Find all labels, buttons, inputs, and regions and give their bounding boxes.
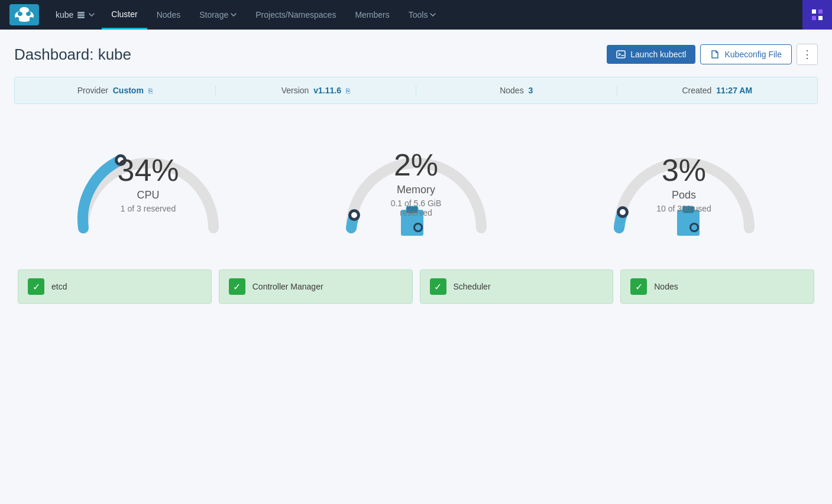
chevron-down-icon	[231, 13, 237, 17]
svg-rect-12	[812, 16, 816, 20]
nav-logo	[0, 0, 48, 30]
copy-provider-icon[interactable]: ⎘	[148, 87, 153, 95]
status-item-nodes: ✓ Nodes	[620, 269, 814, 304]
cpu-sublabel: 1 of 3 reserved	[117, 204, 179, 213]
pods-gauge-wrapper: 3% Pods 10 of 330 used	[601, 128, 767, 246]
info-version: Version v1.11.6 ⎘	[216, 86, 417, 95]
info-bar: Provider Custom ⎘ Version v1.11.6 ⎘ Node…	[14, 77, 818, 104]
info-nodes: Nodes 3	[416, 86, 617, 95]
copy-version-icon[interactable]: ⎘	[346, 87, 350, 95]
nav-item-tools[interactable]: Tools	[399, 0, 446, 30]
memory-gauge-center: 2% Memory 0.1 of 5.6 GiB reserved	[375, 149, 458, 217]
nodes-check-icon: ✓	[630, 278, 647, 295]
memory-label: Memory	[375, 184, 458, 196]
status-bar: ✓ etcd ✓ Controller Manager ✓ Scheduler …	[14, 269, 818, 316]
info-created: Created 11:27 AM	[617, 86, 818, 95]
cpu-gauge-center: 34% CPU 1 of 3 reserved	[117, 155, 179, 213]
top-navigation: kube Cluster Nodes Storage Projects/Name…	[0, 0, 832, 30]
svg-point-24	[415, 225, 421, 230]
svg-point-19	[351, 212, 357, 218]
scheduler-check-icon: ✓	[430, 278, 446, 295]
memory-sublabel: 0.1 of 5.6 GiB reserved	[375, 199, 458, 217]
svg-point-26	[620, 209, 626, 215]
nav-item-projects-namespaces[interactable]: Projects/Namespaces	[246, 0, 345, 30]
nav-item-members[interactable]: Members	[345, 0, 399, 30]
svg-rect-4	[15, 17, 19, 22]
nodes-status-label: Nodes	[654, 282, 678, 291]
scheduler-label: Scheduler	[454, 282, 491, 291]
svg-rect-11	[818, 9, 823, 14]
grid-icon-button[interactable]	[802, 0, 832, 30]
page-title: Dashboard: kube	[14, 45, 131, 64]
launch-kubectl-button[interactable]: Launch kubectl	[607, 45, 695, 64]
pods-label: Pods	[656, 189, 711, 201]
chevron-down-icon	[89, 13, 95, 17]
server-icon	[77, 11, 85, 19]
more-options-button[interactable]: ⋮	[797, 44, 818, 65]
cpu-percent: 34%	[117, 155, 179, 186]
grid-icon	[810, 8, 824, 22]
svg-rect-7	[77, 12, 85, 14]
svg-rect-13	[818, 16, 823, 20]
cpu-gauge: 34% CPU 1 of 3 reserved	[60, 128, 237, 246]
memory-percent: 2%	[375, 149, 458, 180]
nav-right	[802, 0, 832, 30]
controller-manager-check-icon: ✓	[229, 278, 245, 295]
cluster-name-label: kube	[56, 10, 73, 19]
pods-sublabel: 10 of 330 used	[656, 204, 711, 213]
etcd-check-icon: ✓	[28, 278, 44, 295]
header-actions: Launch kubectl Kubeconfig File ⋮	[607, 44, 818, 65]
svg-rect-8	[77, 14, 85, 16]
rancher-logo-icon	[9, 4, 39, 25]
svg-point-30	[691, 225, 697, 230]
controller-manager-label: Controller Manager	[252, 282, 323, 291]
svg-rect-5	[30, 17, 33, 22]
page-header: Dashboard: kube Launch kubectl Kubeconfi…	[14, 44, 818, 65]
svg-rect-10	[812, 9, 816, 14]
nav-menu: Cluster Nodes Storage Projects/Namespace…	[102, 0, 802, 30]
cpu-gauge-wrapper: 34% CPU 1 of 3 reserved	[66, 128, 231, 246]
main-content: Dashboard: kube Launch kubectl Kubeconfi…	[0, 30, 832, 316]
info-provider: Provider Custom ⎘	[15, 86, 216, 95]
status-item-controller-manager: ✓ Controller Manager	[219, 269, 413, 304]
memory-gauge: 2% Memory 0.1 of 5.6 GiB reserved	[328, 128, 505, 246]
status-item-etcd: ✓ etcd	[18, 269, 212, 304]
nav-item-cluster[interactable]: Cluster	[102, 0, 147, 30]
svg-rect-27	[677, 210, 700, 236]
terminal-icon	[616, 50, 626, 59]
gauges-section: 34% CPU 1 of 3 reserved	[14, 122, 818, 269]
cluster-selector-button[interactable]: kube	[48, 0, 102, 30]
cpu-label: CPU	[117, 189, 179, 201]
nav-item-storage[interactable]: Storage	[190, 0, 246, 30]
svg-point-6	[20, 7, 29, 13]
pods-percent: 3%	[656, 155, 711, 186]
pods-gauge-center: 3% Pods 10 of 330 used	[656, 155, 711, 213]
status-item-scheduler: ✓ Scheduler	[420, 269, 614, 304]
svg-rect-9	[77, 17, 85, 18]
nav-item-nodes[interactable]: Nodes	[147, 0, 190, 30]
kubeconfig-file-button[interactable]: Kubeconfig File	[700, 44, 792, 64]
etcd-label: etcd	[51, 282, 67, 291]
memory-gauge-wrapper: 2% Memory 0.1 of 5.6 GiB reserved	[334, 128, 499, 246]
chevron-down-icon	[430, 13, 436, 17]
file-icon	[710, 50, 720, 59]
pods-gauge: 3% Pods 10 of 330 used	[595, 128, 773, 246]
